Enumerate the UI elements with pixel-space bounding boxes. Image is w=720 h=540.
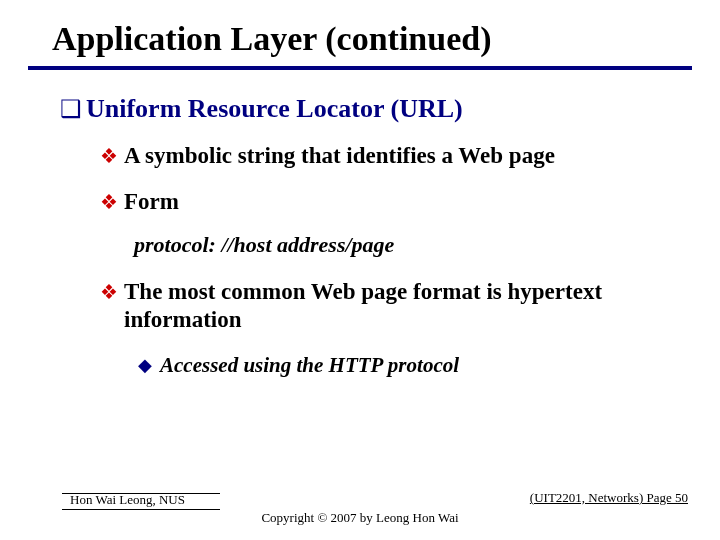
level2-item: ❖ Form — [100, 188, 680, 216]
diamond-bullet-icon: ❖ — [100, 142, 124, 170]
footer-author: Hon Wai Leong, NUS — [70, 492, 185, 508]
level2-group: ❖ A symbolic string that identifies a We… — [100, 142, 680, 378]
diamond-bullet-icon: ❖ — [100, 188, 124, 216]
level3-text: Accessed using the HTTP protocol — [160, 352, 459, 378]
title-underline — [28, 66, 692, 70]
code-line: protocol: //host address/page — [134, 232, 680, 258]
slide-body: ❑ Uniform Resource Locator (URL) ❖ A sym… — [60, 94, 680, 392]
level2-text: Form — [124, 188, 179, 216]
footer-copyright: Copyright © 2007 by Leong Hon Wai — [0, 510, 720, 526]
slide: Application Layer (continued) ❑ Uniform … — [0, 0, 720, 540]
level2-text: A symbolic string that identifies a Web … — [124, 142, 555, 170]
level2-text: The most common Web page format is hyper… — [124, 278, 680, 334]
level3-item: ◆ Accessed using the HTTP protocol — [138, 352, 680, 378]
filled-diamond-bullet-icon: ◆ — [138, 352, 160, 378]
level3-group: ◆ Accessed using the HTTP protocol — [138, 352, 680, 378]
level2-item: ❖ A symbolic string that identifies a We… — [100, 142, 680, 170]
diamond-bullet-icon: ❖ — [100, 278, 124, 306]
slide-title: Application Layer (continued) — [52, 20, 680, 58]
level1-item: ❑ Uniform Resource Locator (URL) — [60, 94, 680, 124]
level2-item: ❖ The most common Web page format is hyp… — [100, 278, 680, 334]
level1-text: Uniform Resource Locator (URL) — [86, 94, 463, 124]
square-bullet-icon: ❑ — [60, 94, 86, 124]
footer-page-number: (UIT2201, Networks) Page 50 — [530, 490, 688, 506]
